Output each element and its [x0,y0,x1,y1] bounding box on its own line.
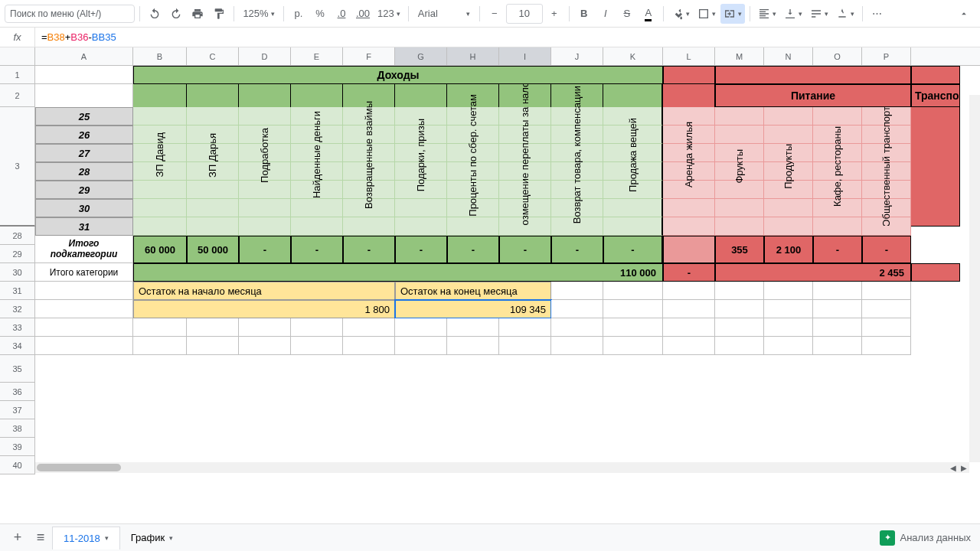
cell[interactable] [911,66,960,84]
cell[interactable] [663,236,715,263]
day-cell[interactable]: 28 [35,162,133,181]
cell[interactable] [35,66,133,84]
cell[interactable] [291,318,343,337]
row-header[interactable]: 38 [0,419,35,438]
cell[interactable] [911,263,960,282]
cell[interactable]: 60 000 [133,236,187,263]
sheet-tab-active[interactable]: 11-2018 [52,527,120,549]
cell[interactable] [35,300,133,318]
cell[interactable] [862,300,911,318]
cell[interactable] [187,181,239,199]
col-header[interactable]: C [187,47,239,65]
cell[interactable] [133,107,187,126]
cell[interactable] [715,217,764,236]
cell[interactable]: - [499,236,551,263]
cell[interactable] [447,217,499,236]
italic-button[interactable]: I [596,4,616,24]
col-header[interactable]: O [813,47,862,65]
cell[interactable] [862,282,911,300]
col-header[interactable]: A [35,47,133,65]
horizontal-scrollbar[interactable]: ◀ ▶ [35,462,969,473]
col-header[interactable]: F [343,47,395,65]
cell[interactable] [813,107,862,126]
currency-button[interactable]: p. [289,4,309,24]
food-header[interactable]: Питание [715,84,911,107]
cell[interactable] [133,199,187,217]
cell[interactable] [551,282,603,300]
font-size-dec[interactable]: − [485,4,505,24]
cell[interactable]: - [239,236,291,263]
row-header[interactable]: 29 [0,245,35,263]
balance-end-value[interactable]: 109 345 [395,300,551,318]
cell[interactable] [715,318,764,337]
cell[interactable]: 50 000 [187,236,239,263]
font-size-inc[interactable]: + [544,4,564,24]
cell[interactable] [133,217,187,236]
cell[interactable] [764,199,813,217]
food-total[interactable]: 2 455 [715,263,911,282]
text-color-button[interactable]: A [639,4,658,24]
day-cell[interactable]: 27 [35,144,133,162]
bold-button[interactable]: B [574,4,594,24]
strike-button[interactable]: S [617,4,637,24]
balance-start-label[interactable]: Остаток на начало месяца [133,282,395,300]
transport-header[interactable]: Транспорт [911,84,960,107]
percent-button[interactable]: % [310,4,330,24]
col-header[interactable]: E [291,47,343,65]
cell[interactable]: - [291,236,343,263]
font-select[interactable]: Arial [413,4,475,24]
cell[interactable] [715,337,764,355]
col-header[interactable]: P [862,47,911,65]
cell[interactable]: - [663,263,715,282]
print-button[interactable] [188,4,207,24]
vertical-scrollbar[interactable] [969,95,980,462]
cell[interactable] [715,282,764,300]
cell[interactable] [35,282,133,300]
sheet-tab[interactable]: График [120,527,184,549]
cell[interactable] [187,217,239,236]
cell[interactable] [813,282,862,300]
cell[interactable] [133,181,187,199]
row-header[interactable]: 32 [0,300,35,318]
cell[interactable] [187,199,239,217]
cell[interactable] [663,217,715,236]
cell[interactable] [764,318,813,337]
col-header[interactable]: I [499,47,551,65]
cell[interactable] [343,337,395,355]
collapse-toolbar-button[interactable] [954,4,974,24]
cell[interactable] [499,318,551,337]
paint-format-button[interactable] [209,4,229,24]
row-header[interactable]: 37 [0,401,35,419]
cell[interactable] [133,318,187,337]
cell[interactable] [663,318,715,337]
formula-input[interactable]: =B38+B36-BB35 [35,31,980,43]
row-header[interactable]: 28 [0,227,35,245]
cell[interactable] [291,337,343,355]
row-header[interactable]: 35 [0,355,35,383]
all-sheets-button[interactable]: ≡ [29,527,52,549]
cell[interactable] [239,181,291,199]
cell[interactable] [291,199,343,217]
row-header[interactable]: 1 [0,66,35,84]
cell[interactable]: - [395,236,447,263]
merge-button[interactable] [720,4,745,24]
col-header[interactable]: K [603,47,663,65]
zoom-select[interactable]: 125% [239,4,279,24]
fill-color-button[interactable] [668,4,693,24]
cell[interactable] [715,199,764,217]
cell[interactable] [343,318,395,337]
col-header[interactable]: D [239,47,291,65]
cell[interactable] [187,107,239,126]
col-header[interactable]: L [663,47,715,65]
day-cell[interactable]: 31 [35,217,133,236]
more-formats-button[interactable]: 123 [374,4,403,24]
cell[interactable] [499,337,551,355]
cell[interactable]: - [603,236,663,263]
cell[interactable] [764,300,813,318]
row-header[interactable]: 30 [0,263,35,282]
cell[interactable] [764,282,813,300]
cell[interactable] [395,217,447,236]
cell[interactable] [239,107,291,126]
day-cell[interactable]: 26 [35,126,133,144]
row-header[interactable]: 31 [0,282,35,300]
